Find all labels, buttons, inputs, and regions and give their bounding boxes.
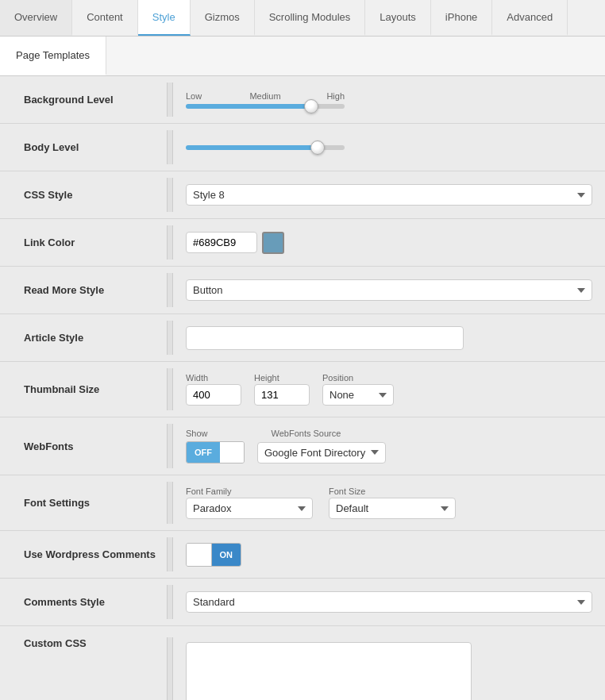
read-more-style-control: ButtonTextNone [173, 275, 605, 306]
divider [167, 482, 173, 524]
webfonts-label: WebFonts [0, 440, 167, 452]
webfonts-source-label: WebFonts Source [272, 429, 341, 438]
link-color-swatch[interactable] [262, 232, 284, 254]
tab-layouts[interactable]: Layouts [365, 0, 431, 36]
sub-tab-bar: Page Templates [0, 37, 605, 76]
article-style-control [173, 321, 605, 355]
custom-css-control [173, 637, 605, 700]
font-family-label: Font Family [186, 487, 313, 496]
webfonts-show-label: Show [186, 429, 208, 438]
webfonts-controls-row: OFF Google Font Directory TypeKit Font S… [186, 441, 592, 463]
setting-row-thumbnail-size: Thumbnail Size Width Height Position Non… [0, 362, 605, 417]
thumbnail-position-label: Position [322, 373, 394, 383]
divider [167, 83, 173, 117]
thumbnail-row: Width Height Position NoneLeftRightCente… [186, 373, 592, 406]
divider [167, 225, 173, 260]
body-level-control [173, 140, 605, 155]
setting-row-custom-css: Custom CSS [0, 626, 605, 700]
comments-style-select[interactable]: StandardDisqusFacebook [186, 591, 592, 613]
divider [167, 585, 173, 619]
webfonts-labels-row: Show WebFonts Source [186, 429, 592, 438]
tab-content[interactable]: Content [72, 0, 138, 36]
wordpress-comments-toggle[interactable]: ON [186, 543, 241, 567]
link-color-input[interactable] [186, 232, 257, 253]
tab-overview[interactable]: Overview [0, 0, 72, 36]
thumbnail-height-input[interactable] [254, 384, 310, 406]
divider [167, 368, 173, 410]
toggle-off-button[interactable]: OFF [187, 442, 220, 463]
setting-row-background-level: Background Level Low Medium High [0, 76, 605, 124]
css-style-select[interactable]: Style 1Style 2Style 3 Style 4Style 5Styl… [186, 184, 592, 206]
thumbnail-position-select[interactable]: NoneLeftRightCenter [322, 384, 394, 406]
tab-bar: Overview Content Style Gizmos Scrolling … [0, 0, 605, 37]
background-level-control: Low Medium High [173, 87, 605, 113]
font-family-select[interactable]: Paradox ArialGeorgiaHelvetica Times New … [186, 498, 313, 519]
setting-row-read-more-style: Read More Style ButtonTextNone [0, 267, 605, 314]
thumbnail-width-field: Width [186, 373, 241, 406]
setting-row-link-color: Link Color [0, 219, 605, 267]
setting-row-font-settings: Font Settings Font Family Paradox ArialG… [0, 475, 605, 531]
webfonts-source-select[interactable]: Google Font Directory TypeKit Font Squir… [257, 442, 386, 463]
toggle-blank [220, 442, 244, 463]
toggle-on-on-side[interactable]: ON [212, 544, 241, 566]
body-level-slider[interactable] [186, 145, 345, 150]
webfonts-toggle[interactable]: OFF [186, 441, 245, 463]
css-style-label: CSS Style [0, 189, 167, 201]
setting-row-webfonts: WebFonts Show WebFonts Source OFF Google… [0, 417, 605, 475]
toggle-on-off-side [187, 544, 212, 566]
link-color-row [186, 232, 592, 254]
divider [167, 637, 173, 700]
settings-container: Background Level Low Medium High Body Le… [0, 76, 605, 700]
link-color-label: Link Color [0, 237, 167, 248]
read-more-style-label: Read More Style [0, 284, 167, 296]
thumbnail-position-field: Position NoneLeftRightCenter [322, 373, 394, 406]
sub-tab-page-templates[interactable]: Page Templates [0, 37, 106, 75]
article-style-input[interactable] [186, 326, 464, 350]
thumbnail-height-label: Height [254, 373, 310, 383]
font-settings-control: Font Family Paradox ArialGeorgiaHelvetic… [173, 482, 605, 524]
font-size-field: Font Size Default SmallMediumLargeX-Larg… [329, 487, 456, 519]
setting-row-use-wordpress-comments: Use Wordpress Comments ON [0, 531, 605, 579]
thumbnail-height-field: Height [254, 373, 310, 406]
setting-row-body-level: Body Level [0, 124, 605, 171]
tab-style[interactable]: Style [138, 0, 191, 36]
tab-gizmos[interactable]: Gizmos [191, 0, 255, 36]
tab-advanced[interactable]: Advanced [492, 0, 568, 36]
comments-style-control: StandardDisqusFacebook [173, 587, 605, 617]
setting-row-article-style: Article Style [0, 314, 605, 362]
thumbnail-width-label: Width [186, 373, 241, 383]
background-level-label: Background Level [0, 94, 167, 106]
article-style-label: Article Style [0, 332, 167, 344]
thumbnail-size-control: Width Height Position NoneLeftRightCente… [173, 368, 605, 410]
tab-iphone[interactable]: iPhone [431, 0, 492, 36]
thumbnail-width-input[interactable] [186, 384, 241, 406]
divider [167, 273, 173, 307]
divider [167, 130, 173, 164]
read-more-style-select[interactable]: ButtonTextNone [186, 279, 592, 301]
font-settings-label: Font Settings [0, 497, 167, 509]
thumbnail-size-label: Thumbnail Size [0, 383, 167, 395]
custom-css-textarea[interactable] [186, 642, 472, 700]
link-color-control [173, 227, 605, 259]
font-settings-row: Font Family Paradox ArialGeorgiaHelvetic… [186, 487, 592, 519]
setting-row-comments-style: Comments Style StandardDisqusFacebook [0, 579, 605, 626]
font-family-field: Font Family Paradox ArialGeorgiaHelvetic… [186, 487, 313, 519]
divider [167, 178, 173, 212]
font-size-label: Font Size [329, 487, 456, 496]
setting-row-css-style: CSS Style Style 1Style 2Style 3 Style 4S… [0, 171, 605, 219]
webfonts-control: Show WebFonts Source OFF Google Font Dir… [173, 424, 605, 468]
css-style-control: Style 1Style 2Style 3 Style 4Style 5Styl… [173, 179, 605, 210]
comments-style-label: Comments Style [0, 596, 167, 608]
custom-css-label: Custom CSS [0, 637, 167, 649]
tab-scrolling-modules[interactable]: Scrolling Modules [255, 0, 366, 36]
divider [167, 537, 173, 571]
background-level-slider[interactable] [186, 104, 345, 109]
divider [167, 321, 173, 355]
use-wordpress-comments-label: Use Wordpress Comments [0, 548, 167, 560]
font-size-select[interactable]: Default SmallMediumLargeX-Large [329, 498, 456, 519]
body-level-label: Body Level [0, 141, 167, 153]
divider [167, 424, 173, 468]
use-wordpress-comments-control: ON [173, 538, 605, 571]
